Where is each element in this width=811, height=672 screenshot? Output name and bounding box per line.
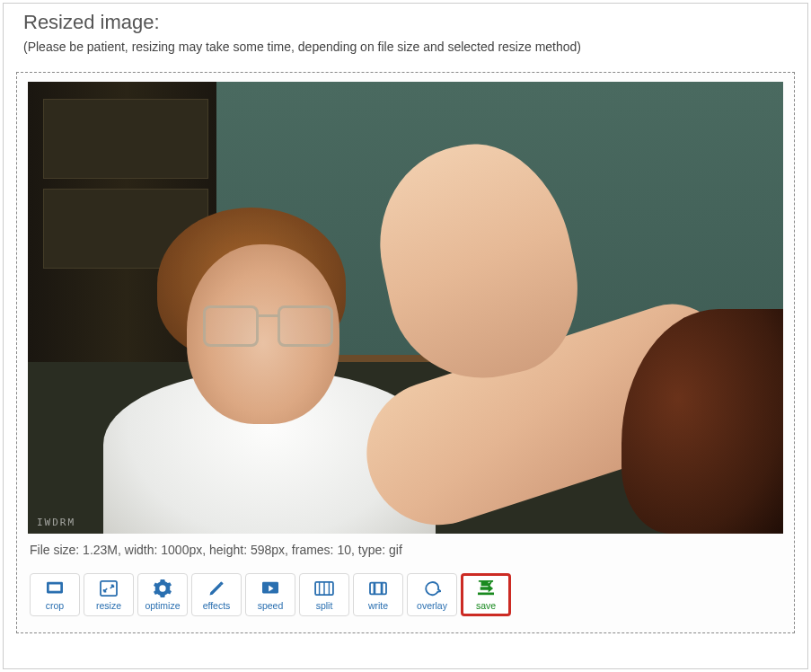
effects-icon <box>207 579 225 598</box>
file-info: File size: 1.23M, width: 1000px, height:… <box>28 534 783 561</box>
resize-note: (Please be patient, resizing may take so… <box>4 40 807 65</box>
effects-button[interactable]: effects <box>191 573 242 616</box>
svg-rect-9 <box>374 583 376 595</box>
crop-icon <box>45 579 65 598</box>
resize-icon <box>100 579 118 598</box>
optimize-icon <box>153 579 172 598</box>
svg-rect-1 <box>49 585 61 591</box>
section-heading: Resized image: <box>4 4 807 40</box>
crop-button[interactable]: crop <box>30 573 80 616</box>
save-label: save <box>476 600 496 611</box>
editor-panel: Resized image: (Please be patient, resiz… <box>3 3 808 669</box>
speed-button[interactable]: speed <box>245 573 295 616</box>
resize-label: resize <box>96 600 121 611</box>
speed-icon <box>260 579 280 598</box>
image-watermark: IWDRM <box>37 517 75 528</box>
result-area: IWDRM File size: 1.23M, width: 1000px, h… <box>16 72 795 633</box>
save-button[interactable]: save <box>461 573 511 616</box>
optimize-button[interactable]: optimize <box>137 573 188 616</box>
svg-rect-2 <box>101 581 117 596</box>
speed-label: speed <box>258 600 284 611</box>
effects-label: effects <box>203 600 231 611</box>
overlay-label: overlay <box>417 600 447 611</box>
output-image[interactable]: IWDRM <box>28 82 783 534</box>
resize-button[interactable]: resize <box>84 573 134 616</box>
write-label: write <box>368 600 388 611</box>
write-icon <box>368 579 388 598</box>
save-icon <box>476 579 496 598</box>
split-button[interactable]: split <box>299 573 349 616</box>
overlay-button[interactable]: overlay <box>407 573 457 616</box>
split-label: split <box>316 600 333 611</box>
crop-label: crop <box>46 600 64 611</box>
toolbar: crop resize optimize <box>28 561 783 616</box>
svg-rect-10 <box>381 583 383 595</box>
write-button[interactable]: write <box>353 573 403 616</box>
split-icon <box>314 579 334 598</box>
overlay-icon <box>423 579 441 598</box>
svg-rect-8 <box>370 583 386 595</box>
optimize-label: optimize <box>145 600 180 611</box>
